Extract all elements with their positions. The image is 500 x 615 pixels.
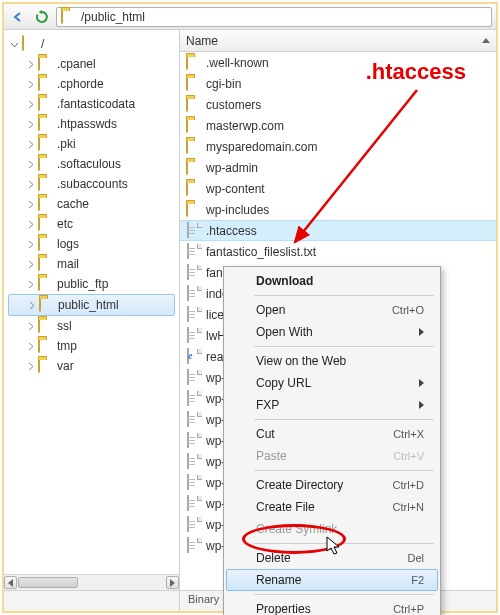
tree-item[interactable]: etc [8,214,179,234]
tree-item-label: .fantasticodata [57,97,135,111]
folder-icon [38,96,54,112]
tree-item[interactable]: mail [8,254,179,274]
tree-item[interactable]: ssl [8,316,179,336]
menu-create-symlink: Create Symlink [226,518,438,540]
html-file-icon [186,349,202,365]
expand-icon[interactable] [26,180,35,189]
expand-icon[interactable] [27,301,36,310]
tree-item[interactable]: .pki [8,134,179,154]
tree-item-label: tmp [57,339,77,353]
tree-root[interactable]: / [8,34,179,54]
back-button[interactable] [8,7,28,27]
tree-item[interactable]: .softaculous [8,154,179,174]
column-header[interactable]: Name [180,30,496,52]
expand-icon[interactable] [26,342,35,351]
expand-icon[interactable] [26,100,35,109]
folder-row[interactable]: wp-content [180,178,496,199]
row-label: wp-admin [206,161,258,175]
folder-icon [61,9,77,25]
menu-cut[interactable]: CutCtrl+X [226,423,438,445]
menu-rename[interactable]: RenameF2 [226,569,438,591]
expand-icon[interactable] [26,362,35,371]
file-icon [186,475,202,491]
row-label: wp-includes [206,203,269,217]
menu-properties[interactable]: PropertiesCtrl+P [226,598,438,615]
folder-row[interactable]: mysparedomain.com [180,136,496,157]
tree-item-label: logs [57,237,79,251]
row-label: fantastico_fileslist.txt [206,245,316,259]
tree-item[interactable]: var [8,356,179,376]
expand-icon[interactable] [26,80,35,89]
expand-icon[interactable] [26,322,35,331]
folder-icon [38,196,54,212]
expand-icon[interactable] [26,240,35,249]
tree-item[interactable]: .cphorde [8,74,179,94]
menu-open[interactable]: OpenCtrl+O [226,299,438,321]
folder-row[interactable]: customers [180,94,496,115]
expand-icon[interactable] [26,120,35,129]
menu-download[interactable]: Download [226,270,438,292]
expand-icon[interactable] [26,220,35,229]
file-icon [186,454,202,470]
menu-delete[interactable]: DeleteDel [226,547,438,569]
scroll-thumb[interactable] [18,577,78,588]
folder-row[interactable]: masterwp.com [180,115,496,136]
status-binary: Binary [180,591,228,611]
file-icon [186,433,202,449]
path-input[interactable]: /public_html [56,7,492,27]
submenu-arrow-icon [419,401,424,409]
expand-icon[interactable] [26,60,35,69]
menu-open-with[interactable]: Open With [226,321,438,343]
folder-row[interactable]: wp-admin [180,157,496,178]
expand-icon[interactable] [26,200,35,209]
folder-row[interactable]: wp-includes [180,199,496,220]
sort-indicator-icon [482,38,490,43]
tree-item[interactable]: public_ftp [8,274,179,294]
tree-item-label: cache [57,197,89,211]
folder-icon [38,156,54,172]
expand-icon[interactable] [26,160,35,169]
tree-item[interactable]: .subaccounts [8,174,179,194]
expand-icon[interactable] [26,260,35,269]
tree-item-label: public_html [58,298,119,312]
menu-fxp[interactable]: FXP [226,394,438,416]
row-label: masterwp.com [206,119,284,133]
folder-icon [38,256,54,272]
refresh-button[interactable] [32,7,52,27]
tree-item[interactable]: .htpasswds [8,114,179,134]
tree-item-label: .pki [57,137,76,151]
file-icon [186,286,202,302]
tree-item[interactable]: public_html [8,294,175,316]
tree-item[interactable]: .fantasticodata [8,94,179,114]
tree-item[interactable]: logs [8,234,179,254]
tree-item-label: .cphorde [57,77,104,91]
menu-create-file[interactable]: Create FileCtrl+N [226,496,438,518]
file-icon [186,517,202,533]
folder-icon [38,76,54,92]
row-label: cgi-bin [206,77,241,91]
menu-copy-url[interactable]: Copy URL [226,372,438,394]
scroll-right-button[interactable] [166,576,179,589]
folder-icon [186,202,202,218]
file-row[interactable]: fantastico_fileslist.txt [180,241,496,262]
file-row[interactable]: .htaccess [180,220,496,241]
expand-icon[interactable] [26,140,35,149]
annotation-label: .htaccess [366,59,466,85]
tree-item[interactable]: .cpanel [8,54,179,74]
file-icon [186,370,202,386]
collapse-icon[interactable] [10,40,19,49]
scroll-left-button[interactable] [4,576,17,589]
file-icon [186,223,202,239]
folder-tree[interactable]: / .cpanel.cphorde.fantasticodata.htpassw… [4,30,180,590]
expand-icon[interactable] [26,280,35,289]
menu-view-web[interactable]: View on the Web [226,350,438,372]
folder-icon [38,236,54,252]
tree-item[interactable]: cache [8,194,179,214]
tree-root-label: / [41,37,44,51]
file-icon [186,265,202,281]
folder-icon [186,118,202,134]
menu-create-dir[interactable]: Create DirectoryCtrl+D [226,474,438,496]
tree-item[interactable]: tmp [8,336,179,356]
folder-icon [186,139,202,155]
row-label: wp-content [206,182,265,196]
